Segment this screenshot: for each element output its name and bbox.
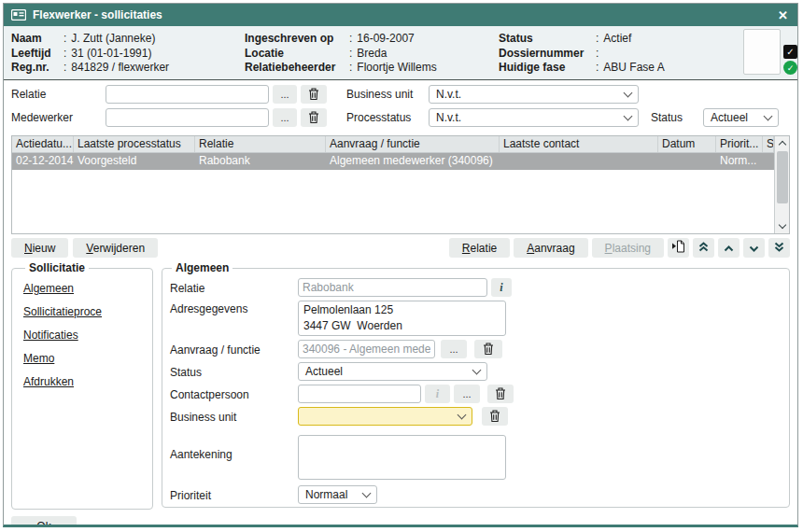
scrollbar-thumb[interactable] [777, 151, 788, 203]
col-relatie[interactable]: Relatie [195, 136, 326, 152]
col-prioriteit[interactable]: Priorit... [716, 136, 763, 152]
last-record-button[interactable] [768, 238, 790, 258]
verwijderen-button[interactable]: Verwijderen [73, 238, 158, 258]
ellipsis-browse-icon: ... [462, 388, 471, 399]
ellipsis-browse-icon: ... [449, 343, 458, 355]
medewerker-filter-input[interactable] [106, 108, 269, 127]
next-record-button[interactable] [743, 238, 765, 258]
processtatus-filter-select[interactable]: N.v.t. [429, 108, 639, 127]
col-actiedatum[interactable]: Actiedatu... [12, 136, 74, 152]
form-row-business-unit: Business unit [170, 407, 782, 426]
info-regnr: Reg.nr.:841829 / flexwerker [11, 61, 245, 75]
nieuw-button[interactable]: Nieuw [11, 238, 68, 258]
relatie-filter-input[interactable] [106, 85, 269, 104]
checkbox-checked-icon[interactable]: ✓ [783, 45, 797, 59]
form-row-aanvraag: Aanvraag / functie ... [170, 340, 782, 358]
ellipsis-browse-icon: ... [280, 89, 289, 100]
aanvraag-browse-button[interactable]: ... [441, 340, 467, 358]
chevron-down-icon [624, 88, 633, 97]
detail-area: Sollicitatie Algemeen Sollicitatieproce … [4, 260, 797, 510]
filter-row-2: Medewerker ... Processtatus N.v.t. Statu… [11, 108, 790, 127]
aanvraag-clear-button[interactable] [474, 340, 502, 358]
ok-button[interactable]: Ok [11, 516, 77, 527]
info-icon: i [500, 281, 502, 295]
nav-item-memo[interactable]: Memo [23, 352, 148, 366]
scrollbar-down-button[interactable] [775, 219, 789, 233]
col-laatste-contact[interactable]: Laatste contact [500, 136, 658, 152]
business-unit-filter-select[interactable]: N.v.t. [429, 85, 639, 104]
form-row-status: Status Actueel [170, 362, 782, 381]
first-record-button[interactable] [693, 238, 714, 258]
info-col-1: Naam:J. Zutt (Janneke) Leeftijd:31 (01-0… [11, 31, 245, 76]
chevron-down-icon [472, 365, 482, 374]
relatie-filter-label: Relatie [11, 88, 106, 101]
form-row-aantekening: Aantekening [170, 435, 782, 480]
ingeschreven-value: 16-09-2007 [357, 32, 414, 46]
relatiebeheerder-value: Floortje Willems [357, 61, 436, 75]
table-row-selected[interactable]: 02-12-2014 Voorgesteld Rabobank Algemeen… [12, 153, 774, 170]
contactpersoon-field[interactable] [298, 385, 421, 403]
chevron-down-icon [764, 111, 773, 120]
aanvraag-button[interactable]: Aanvraag [514, 238, 587, 258]
contactpersoon-browse-button[interactable]: ... [454, 385, 480, 403]
trash-icon [489, 410, 500, 424]
relatie-clear-button[interactable] [301, 85, 327, 104]
medewerker-filter-label: Medewerker [11, 111, 106, 124]
col-laatste-processtatus[interactable]: Laatste processtatus [74, 136, 195, 152]
relatie-browse-button[interactable]: ... [273, 85, 297, 104]
nav-item-sollicitatieproces[interactable]: Sollicitatieproce [23, 305, 148, 319]
aantekening-field[interactable] [298, 435, 506, 480]
status-value: Actief [603, 32, 631, 46]
medewerker-browse-button[interactable]: ... [273, 108, 297, 127]
relatie-field[interactable] [298, 278, 487, 297]
info-huidige-fase: Huidige fase:ABU Fase A [499, 61, 734, 75]
business-unit-filter-label: Business unit [346, 88, 429, 101]
titlebar: Flexwerker - sollicitaties ✕ [4, 4, 797, 26]
close-icon[interactable]: ✕ [776, 8, 790, 22]
status-select[interactable]: Actueel [298, 362, 487, 381]
status-filter-label: Status [651, 111, 703, 124]
scrollbar-up-button[interactable] [775, 136, 789, 150]
locatie-value: Breda [357, 47, 387, 61]
goto-document-button[interactable] [668, 238, 689, 258]
chevron-down-icon [624, 111, 633, 120]
trash-icon [495, 387, 506, 401]
chevron-up-icon [778, 141, 785, 148]
plaatsing-button[interactable]: Plaatsing [592, 238, 664, 258]
medewerker-clear-button[interactable] [301, 108, 327, 127]
nav-legend: Sollicitatie [25, 261, 89, 274]
nav-item-algemeen[interactable]: Algemeen [23, 282, 148, 296]
chevron-up-icon [724, 241, 734, 255]
business-unit-select[interactable] [298, 407, 472, 426]
relatie-button[interactable]: Relatie [449, 238, 510, 258]
footer: Ok [4, 510, 797, 527]
table-header-row: Actiedatu... Laatste processtatus Relati… [12, 136, 774, 153]
photo-placeholder [743, 29, 781, 75]
nav-item-notificaties[interactable]: Notificaties [23, 329, 148, 343]
info-col-3: Status:Actief Dossiernummer: Huidige fas… [499, 31, 734, 76]
table-vertical-scrollbar[interactable] [774, 136, 789, 233]
col-s[interactable]: S [763, 136, 774, 152]
info-relatiebeheerder: Relatiebeheerder:Floortje Willems [245, 61, 499, 75]
status-filter-select[interactable]: Actueel [703, 108, 779, 127]
col-datum[interactable]: Datum [658, 136, 716, 152]
filter-bar: Relatie ... Business unit N.v.t. Medewer… [4, 80, 797, 135]
info-ingeschreven: Ingeschreven op:16-09-2007 [245, 32, 499, 46]
trash-icon [308, 111, 319, 125]
contactpersoon-clear-button[interactable] [487, 385, 514, 403]
aanvraag-field[interactable] [298, 340, 435, 358]
form-row-contactpersoon: Contactpersoon i ... [170, 385, 782, 403]
relatie-info-button[interactable]: i [491, 278, 512, 297]
nav-item-afdrukken[interactable]: Afdrukken [23, 375, 148, 389]
info-icon: i [436, 387, 439, 401]
contactpersoon-label: Contactpersoon [170, 386, 298, 401]
previous-record-button[interactable] [718, 238, 740, 258]
col-aanvraag-functie[interactable]: Aanvraag / functie [326, 136, 500, 152]
business-unit-clear-button[interactable] [482, 407, 508, 426]
prioriteit-select[interactable]: Normaal [298, 485, 377, 504]
info-leeftijd: Leeftijd:31 (01-01-1991) [11, 47, 245, 61]
form-row-adresgegevens: Adresgegevens Pelmolenlaan 125 3447 GW W… [170, 301, 782, 336]
status-label: Status [170, 364, 298, 379]
contact-card-icon [11, 9, 26, 21]
contactpersoon-info-button[interactable]: i [425, 385, 450, 403]
